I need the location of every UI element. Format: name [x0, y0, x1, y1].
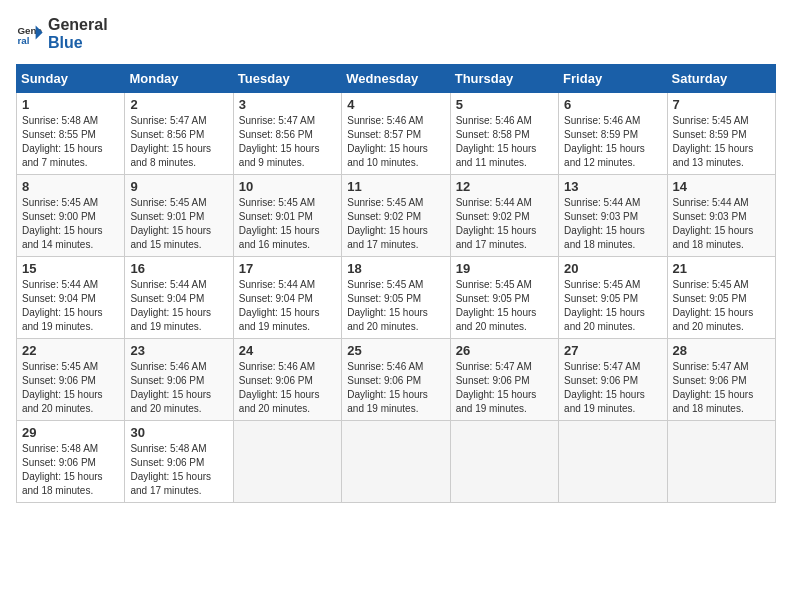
day-info: Sunrise: 5:47 AMSunset: 8:56 PMDaylight:… — [130, 114, 227, 170]
calendar-cell: 11 Sunrise: 5:45 AMSunset: 9:02 PMDaylig… — [342, 175, 450, 257]
day-info: Sunrise: 5:45 AMSunset: 8:59 PMDaylight:… — [673, 114, 770, 170]
day-number: 10 — [239, 179, 336, 194]
header-row: SundayMondayTuesdayWednesdayThursdayFrid… — [17, 65, 776, 93]
calendar-cell: 7 Sunrise: 5:45 AMSunset: 8:59 PMDayligh… — [667, 93, 775, 175]
header-tuesday: Tuesday — [233, 65, 341, 93]
day-number: 28 — [673, 343, 770, 358]
day-info: Sunrise: 5:44 AMSunset: 9:03 PMDaylight:… — [564, 196, 661, 252]
calendar-cell: 19 Sunrise: 5:45 AMSunset: 9:05 PMDaylig… — [450, 257, 558, 339]
day-number: 26 — [456, 343, 553, 358]
day-number: 8 — [22, 179, 119, 194]
day-info: Sunrise: 5:47 AMSunset: 9:06 PMDaylight:… — [673, 360, 770, 416]
day-info: Sunrise: 5:45 AMSunset: 9:05 PMDaylight:… — [456, 278, 553, 334]
day-info: Sunrise: 5:45 AMSunset: 9:05 PMDaylight:… — [347, 278, 444, 334]
week-row-3: 15 Sunrise: 5:44 AMSunset: 9:04 PMDaylig… — [17, 257, 776, 339]
day-info: Sunrise: 5:48 AMSunset: 9:06 PMDaylight:… — [130, 442, 227, 498]
day-info: Sunrise: 5:44 AMSunset: 9:04 PMDaylight:… — [130, 278, 227, 334]
calendar-cell: 23 Sunrise: 5:46 AMSunset: 9:06 PMDaylig… — [125, 339, 233, 421]
day-number: 24 — [239, 343, 336, 358]
calendar-cell: 9 Sunrise: 5:45 AMSunset: 9:01 PMDayligh… — [125, 175, 233, 257]
calendar-cell — [450, 421, 558, 503]
calendar-cell: 4 Sunrise: 5:46 AMSunset: 8:57 PMDayligh… — [342, 93, 450, 175]
day-info: Sunrise: 5:44 AMSunset: 9:04 PMDaylight:… — [239, 278, 336, 334]
svg-text:ral: ral — [17, 35, 29, 46]
calendar-cell: 22 Sunrise: 5:45 AMSunset: 9:06 PMDaylig… — [17, 339, 125, 421]
logo-text-general2: ral — [88, 16, 108, 33]
day-number: 14 — [673, 179, 770, 194]
calendar-cell: 1 Sunrise: 5:48 AMSunset: 8:55 PMDayligh… — [17, 93, 125, 175]
day-number: 13 — [564, 179, 661, 194]
day-info: Sunrise: 5:47 AMSunset: 9:06 PMDaylight:… — [564, 360, 661, 416]
calendar-cell: 28 Sunrise: 5:47 AMSunset: 9:06 PMDaylig… — [667, 339, 775, 421]
day-number: 21 — [673, 261, 770, 276]
calendar-cell: 14 Sunrise: 5:44 AMSunset: 9:03 PMDaylig… — [667, 175, 775, 257]
week-row-4: 22 Sunrise: 5:45 AMSunset: 9:06 PMDaylig… — [17, 339, 776, 421]
day-info: Sunrise: 5:45 AMSunset: 9:02 PMDaylight:… — [347, 196, 444, 252]
week-row-5: 29 Sunrise: 5:48 AMSunset: 9:06 PMDaylig… — [17, 421, 776, 503]
day-number: 15 — [22, 261, 119, 276]
day-info: Sunrise: 5:45 AMSunset: 9:05 PMDaylight:… — [673, 278, 770, 334]
header-sunday: Sunday — [17, 65, 125, 93]
day-number: 27 — [564, 343, 661, 358]
day-info: Sunrise: 5:45 AMSunset: 9:00 PMDaylight:… — [22, 196, 119, 252]
calendar-cell: 13 Sunrise: 5:44 AMSunset: 9:03 PMDaylig… — [559, 175, 667, 257]
day-info: Sunrise: 5:45 AMSunset: 9:01 PMDaylight:… — [130, 196, 227, 252]
day-info: Sunrise: 5:46 AMSunset: 9:06 PMDaylight:… — [347, 360, 444, 416]
calendar-cell: 16 Sunrise: 5:44 AMSunset: 9:04 PMDaylig… — [125, 257, 233, 339]
calendar-cell: 10 Sunrise: 5:45 AMSunset: 9:01 PMDaylig… — [233, 175, 341, 257]
day-number: 6 — [564, 97, 661, 112]
header-monday: Monday — [125, 65, 233, 93]
day-info: Sunrise: 5:46 AMSunset: 9:06 PMDaylight:… — [130, 360, 227, 416]
day-info: Sunrise: 5:46 AMSunset: 8:58 PMDaylight:… — [456, 114, 553, 170]
calendar-cell: 2 Sunrise: 5:47 AMSunset: 8:56 PMDayligh… — [125, 93, 233, 175]
calendar-cell: 12 Sunrise: 5:44 AMSunset: 9:02 PMDaylig… — [450, 175, 558, 257]
day-number: 17 — [239, 261, 336, 276]
calendar-cell: 25 Sunrise: 5:46 AMSunset: 9:06 PMDaylig… — [342, 339, 450, 421]
day-info: Sunrise: 5:45 AMSunset: 9:05 PMDaylight:… — [564, 278, 661, 334]
calendar-table: SundayMondayTuesdayWednesdayThursdayFrid… — [16, 64, 776, 503]
day-number: 1 — [22, 97, 119, 112]
calendar-cell: 21 Sunrise: 5:45 AMSunset: 9:05 PMDaylig… — [667, 257, 775, 339]
calendar-cell: 5 Sunrise: 5:46 AMSunset: 8:58 PMDayligh… — [450, 93, 558, 175]
day-info: Sunrise: 5:46 AMSunset: 8:57 PMDaylight:… — [347, 114, 444, 170]
day-info: Sunrise: 5:48 AMSunset: 8:55 PMDaylight:… — [22, 114, 119, 170]
week-row-2: 8 Sunrise: 5:45 AMSunset: 9:00 PMDayligh… — [17, 175, 776, 257]
day-number: 4 — [347, 97, 444, 112]
header-friday: Friday — [559, 65, 667, 93]
day-number: 9 — [130, 179, 227, 194]
day-info: Sunrise: 5:44 AMSunset: 9:03 PMDaylight:… — [673, 196, 770, 252]
day-number: 23 — [130, 343, 227, 358]
calendar-cell: 30 Sunrise: 5:48 AMSunset: 9:06 PMDaylig… — [125, 421, 233, 503]
calendar-cell: 3 Sunrise: 5:47 AMSunset: 8:56 PMDayligh… — [233, 93, 341, 175]
calendar-cell: 27 Sunrise: 5:47 AMSunset: 9:06 PMDaylig… — [559, 339, 667, 421]
logo: Gene ral General Blue — [16, 16, 108, 52]
calendar-cell — [342, 421, 450, 503]
day-number: 22 — [22, 343, 119, 358]
calendar-cell: 17 Sunrise: 5:44 AMSunset: 9:04 PMDaylig… — [233, 257, 341, 339]
calendar-cell: 20 Sunrise: 5:45 AMSunset: 9:05 PMDaylig… — [559, 257, 667, 339]
day-number: 20 — [564, 261, 661, 276]
day-number: 7 — [673, 97, 770, 112]
day-info: Sunrise: 5:46 AMSunset: 8:59 PMDaylight:… — [564, 114, 661, 170]
header-saturday: Saturday — [667, 65, 775, 93]
week-row-1: 1 Sunrise: 5:48 AMSunset: 8:55 PMDayligh… — [17, 93, 776, 175]
calendar-cell — [667, 421, 775, 503]
day-number: 5 — [456, 97, 553, 112]
day-number: 2 — [130, 97, 227, 112]
calendar-cell — [233, 421, 341, 503]
logo-text-general: Gene — [48, 16, 88, 33]
day-number: 18 — [347, 261, 444, 276]
day-number: 25 — [347, 343, 444, 358]
day-number: 11 — [347, 179, 444, 194]
day-number: 16 — [130, 261, 227, 276]
logo-icon: Gene ral — [16, 20, 44, 48]
calendar-cell: 26 Sunrise: 5:47 AMSunset: 9:06 PMDaylig… — [450, 339, 558, 421]
day-info: Sunrise: 5:48 AMSunset: 9:06 PMDaylight:… — [22, 442, 119, 498]
day-number: 19 — [456, 261, 553, 276]
logo-text-blue: Blue — [48, 34, 83, 51]
day-info: Sunrise: 5:47 AMSunset: 8:56 PMDaylight:… — [239, 114, 336, 170]
header-wednesday: Wednesday — [342, 65, 450, 93]
calendar-cell: 8 Sunrise: 5:45 AMSunset: 9:00 PMDayligh… — [17, 175, 125, 257]
day-info: Sunrise: 5:44 AMSunset: 9:02 PMDaylight:… — [456, 196, 553, 252]
calendar-cell — [559, 421, 667, 503]
